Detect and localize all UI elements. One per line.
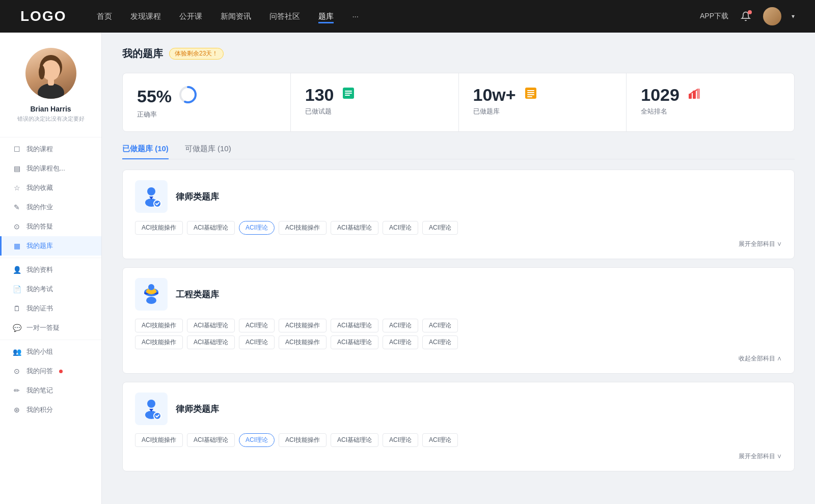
- svg-rect-13: [527, 92, 534, 93]
- nav-home[interactable]: 首页: [97, 10, 112, 23]
- qbank-2-title: 工程类题库: [176, 289, 219, 300]
- qbank-3-title: 律师类题库: [176, 403, 219, 415]
- svg-rect-15: [527, 96, 532, 97]
- qbank-2-tag-r1-1[interactable]: ACI基础理论: [187, 319, 235, 332]
- nav-discover[interactable]: 发现课程: [130, 10, 161, 23]
- sidebar-item-question-bank-label: 我的题库: [26, 241, 53, 250]
- qbank-3-expand[interactable]: 展开全部科目 ∨: [135, 452, 782, 461]
- sidebar: Brian Harris 错误的决定比没有决定要好 ☐ 我的课程 ▤ 我的课程包…: [0, 33, 102, 504]
- sidebar-item-homework-label: 我的作业: [26, 203, 53, 212]
- sidebar-item-my-data[interactable]: 👤 我的资料: [0, 260, 101, 279]
- sidebar-item-qa[interactable]: ⊙ 我的答疑: [0, 217, 101, 236]
- qbank-2-tags-row2: ACI技能操作 ACI基础理论 ACI理论 ACI技能操作 ACI基础理论 AC…: [135, 335, 782, 349]
- qbank-3-tag-5[interactable]: ACI理论: [383, 433, 418, 447]
- qbank-2-tag-r1-2[interactable]: ACI理论: [239, 319, 275, 332]
- page-title: 我的题库: [122, 47, 163, 61]
- sidebar-item-certificate[interactable]: 🗒 我的证书: [0, 299, 101, 318]
- nav-more[interactable]: ···: [352, 10, 359, 23]
- svg-point-2: [39, 65, 45, 79]
- qbank-2-tag-r2-0[interactable]: ACI技能操作: [135, 335, 183, 349]
- qbank-3-tag-6[interactable]: ACI理论: [422, 433, 458, 447]
- qbank-2-tag-r1-4[interactable]: ACI基础理论: [331, 319, 378, 332]
- qbank-3-icon: [135, 393, 168, 425]
- avatar[interactable]: [763, 7, 781, 25]
- qbank-1-tag-6[interactable]: ACI理论: [422, 221, 458, 235]
- logo[interactable]: LOGO: [20, 8, 66, 24]
- app-download-button[interactable]: APP下载: [700, 12, 728, 21]
- 1on1-icon: 💬: [12, 324, 21, 332]
- svg-rect-9: [345, 93, 352, 94]
- svg-rect-4: [48, 78, 54, 86]
- sidebar-item-my-group[interactable]: 👥 我的小组: [0, 342, 101, 361]
- notes-icon: ✏: [12, 386, 21, 395]
- exam-icon: 📄: [12, 285, 21, 293]
- qbank-2-tags-row1: ACI技能操作 ACI基础理论 ACI理论 ACI技能操作 ACI基础理论 AC…: [135, 319, 782, 332]
- qbank-2-expand[interactable]: 收起全部科目 ∧: [135, 354, 782, 363]
- qbank-2-tag-r2-6[interactable]: ACI理论: [422, 335, 458, 349]
- qbank-1-tags: ACI技能操作 ACI基础理论 ACI理论 ACI技能操作 ACI基础理论 AC…: [135, 221, 782, 235]
- sidebar-item-exam[interactable]: 📄 我的考试: [0, 279, 101, 299]
- qbank-2-tag-r2-3[interactable]: ACI技能操作: [279, 335, 327, 349]
- sidebar-item-points[interactable]: ⊛ 我的积分: [0, 400, 101, 419]
- nav-question-bank[interactable]: 题库: [318, 10, 334, 23]
- qbank-card-2: 工程类题库 ACI技能操作 ACI基础理论 ACI理论 ACI技能操作 ACI基…: [122, 267, 795, 374]
- qbank-1-icon: [135, 180, 168, 213]
- notification-bell[interactable]: [739, 9, 753, 23]
- certificate-icon: 🗒: [12, 304, 21, 313]
- qbank-2-icon: [135, 278, 168, 311]
- qbank-1-tag-4[interactable]: ACI基础理论: [331, 221, 378, 235]
- avatar-dropdown-chevron[interactable]: ▾: [792, 13, 795, 20]
- page-wrapper: Brian Harris 错误的决定比没有决定要好 ☐ 我的课程 ▤ 我的课程包…: [0, 33, 815, 504]
- stat-accuracy-label: 正确率: [137, 110, 276, 119]
- qbank-1-title: 律师类题库: [176, 191, 219, 203]
- svg-rect-25: [146, 291, 156, 293]
- tab-done-banks[interactable]: 已做题库 (10): [122, 144, 169, 159]
- nav-open-course[interactable]: 公开课: [179, 10, 202, 23]
- sidebar-item-certificate-label: 我的证书: [26, 304, 53, 313]
- qbank-1-tag-0[interactable]: ACI技能操作: [135, 221, 183, 235]
- qbank-1-tag-5[interactable]: ACI理论: [383, 221, 418, 235]
- points-icon: ⊛: [12, 406, 21, 414]
- nav-news[interactable]: 新闻资讯: [221, 10, 251, 23]
- sidebar-item-my-questions[interactable]: ⊙ 我的问答: [0, 361, 101, 381]
- qbank-1-expand[interactable]: 展开全部科目 ∨: [135, 240, 782, 248]
- tab-available-banks[interactable]: 可做题库 (10): [185, 144, 231, 159]
- qbank-2-tag-r2-4[interactable]: ACI基础理论: [331, 335, 378, 349]
- stat-accuracy: 55% 正确率: [123, 73, 291, 131]
- qbank-3-tag-3[interactable]: ACI技能操作: [279, 433, 327, 447]
- qbank-2-tag-r1-5[interactable]: ACI理论: [383, 319, 418, 332]
- svg-rect-8: [345, 91, 352, 92]
- navbar-right: APP下载 ▾: [700, 7, 795, 25]
- sidebar-item-course-package[interactable]: ▤ 我的课程包...: [0, 159, 101, 178]
- qbank-2-header: 工程类题库: [135, 278, 782, 311]
- qbank-2-tag-r1-6[interactable]: ACI理论: [422, 319, 458, 332]
- sidebar-item-favorites[interactable]: ☆ 我的收藏: [0, 178, 101, 198]
- stat-ranking-top: 1029: [641, 86, 780, 104]
- qbank-2-tag-r1-0[interactable]: ACI技能操作: [135, 319, 183, 332]
- qbank-3-tag-2[interactable]: ACI理论: [239, 433, 275, 447]
- sidebar-divider-3: [0, 340, 101, 340]
- sidebar-item-points-label: 我的积分: [26, 405, 53, 414]
- qbank-1-tag-3[interactable]: ACI技能操作: [279, 221, 327, 235]
- svg-point-3: [38, 83, 64, 99]
- qbank-2-tag-r2-1[interactable]: ACI基础理论: [187, 335, 235, 349]
- sidebar-item-question-bank[interactable]: ▦ 我的题库: [0, 236, 101, 256]
- qbank-1-tag-1[interactable]: ACI基础理论: [187, 221, 235, 235]
- qbank-3-tag-1[interactable]: ACI基础理论: [187, 433, 235, 447]
- sidebar-item-my-course[interactable]: ☐ 我的课程: [0, 139, 101, 159]
- sidebar-item-1on1[interactable]: 💬 一对一答疑: [0, 318, 101, 338]
- sidebar-item-favorites-label: 我的收藏: [26, 183, 53, 192]
- sidebar-item-notes[interactable]: ✏ 我的笔记: [0, 381, 101, 400]
- qbank-1-tag-2[interactable]: ACI理论: [239, 221, 275, 235]
- qbank-2-tag-r2-5[interactable]: ACI理论: [383, 335, 418, 349]
- nav-qa[interactable]: 问答社区: [269, 10, 300, 23]
- qbank-2-tag-r2-2[interactable]: ACI理论: [239, 335, 275, 349]
- qbank-3-tag-0[interactable]: ACI技能操作: [135, 433, 183, 447]
- sidebar-motto: 错误的决定比没有决定要好: [9, 115, 93, 123]
- sidebar-divider-1: [0, 137, 101, 137]
- sidebar-item-homework[interactable]: ✎ 我的作业: [0, 198, 101, 217]
- sidebar-item-my-questions-label: 我的问答: [26, 367, 53, 376]
- stat-done-banks-label: 已做题库: [473, 107, 612, 116]
- qbank-2-tag-r1-3[interactable]: ACI技能操作: [279, 319, 327, 332]
- qbank-3-tag-4[interactable]: ACI基础理论: [331, 433, 378, 447]
